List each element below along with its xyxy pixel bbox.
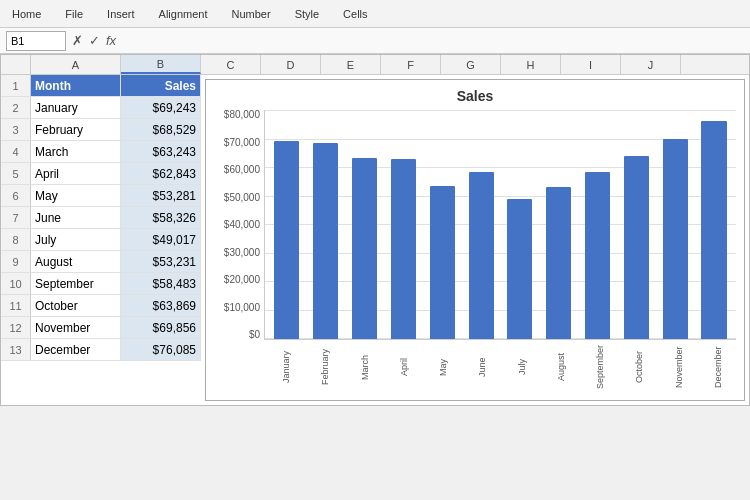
x-labels: JanuaryFebruaryMarchAprilMayJuneJulyAugu… <box>214 342 736 392</box>
formula-fx-icon[interactable]: fx <box>106 33 116 48</box>
bar[interactable] <box>313 143 338 339</box>
cell-a5[interactable]: April <box>31 163 121 184</box>
table-row: 6 May $53,281 <box>1 185 201 207</box>
cell-a8[interactable]: July <box>31 229 121 250</box>
menu-file[interactable]: File <box>61 8 87 20</box>
bar[interactable] <box>352 158 377 339</box>
col-header-g[interactable]: G <box>441 55 501 74</box>
x-axis-label: August <box>543 342 579 392</box>
y-axis-label: $50,000 <box>224 193 260 203</box>
cell-b1[interactable]: Sales <box>121 75 201 96</box>
bar-wrap <box>502 110 538 339</box>
formula-confirm-icon[interactable]: ✓ <box>89 33 100 48</box>
col-header-b[interactable]: B <box>121 55 201 74</box>
cell-b12[interactable]: $69,856 <box>121 317 201 338</box>
row-num-10: 10 <box>1 273 31 294</box>
cell-b11[interactable]: $63,869 <box>121 295 201 316</box>
table-row: 7 June $58,326 <box>1 207 201 229</box>
col-header-e[interactable]: E <box>321 55 381 74</box>
cell-a13[interactable]: December <box>31 339 121 360</box>
cell-b2[interactable]: $69,243 <box>121 97 201 118</box>
col-header-a[interactable]: A <box>31 55 121 74</box>
x-axis-label: June <box>464 342 500 392</box>
chart-area: Sales $0$10,000$20,000$30,000$40,000$50,… <box>205 79 745 401</box>
row-num-11: 11 <box>1 295 31 316</box>
cell-a1[interactable]: Month <box>31 75 121 96</box>
bar[interactable] <box>274 141 299 339</box>
x-axis-label: September <box>582 342 618 392</box>
bar[interactable] <box>430 186 455 339</box>
x-axis-label: October <box>621 342 657 392</box>
bar[interactable] <box>507 199 532 339</box>
cell-a7[interactable]: June <box>31 207 121 228</box>
bar[interactable] <box>701 121 726 339</box>
bar[interactable] <box>663 139 688 339</box>
cell-b3[interactable]: $68,529 <box>121 119 201 140</box>
cell-b5[interactable]: $62,843 <box>121 163 201 184</box>
table-row: 11 October $63,869 <box>1 295 201 317</box>
bar[interactable] <box>391 159 416 339</box>
cell-a3[interactable]: February <box>31 119 121 140</box>
y-axis-label: $20,000 <box>224 275 260 285</box>
cell-a2[interactable]: January <box>31 97 121 118</box>
bar[interactable] <box>624 156 649 339</box>
y-axis-label: $60,000 <box>224 165 260 175</box>
cell-a6[interactable]: May <box>31 185 121 206</box>
menu-style[interactable]: Style <box>291 8 323 20</box>
x-axis-label: January <box>268 342 304 392</box>
y-axis-label: $70,000 <box>224 138 260 148</box>
x-axis-label: November <box>661 342 697 392</box>
col-header-h[interactable]: H <box>501 55 561 74</box>
col-header-c[interactable]: C <box>201 55 261 74</box>
cell-a9[interactable]: August <box>31 251 121 272</box>
spreadsheet: A B C D E F G H I J 1 Month Sales 2 Janu… <box>0 54 750 406</box>
table-row: 5 April $62,843 <box>1 163 201 185</box>
cell-b13[interactable]: $76,085 <box>121 339 201 360</box>
table-row: 8 July $49,017 <box>1 229 201 251</box>
row-num-1: 1 <box>1 75 31 96</box>
menu-insert[interactable]: Insert <box>103 8 139 20</box>
column-headers: A B C D E F G H I J <box>1 55 749 75</box>
cell-a11[interactable]: October <box>31 295 121 316</box>
table-row: 2 January $69,243 <box>1 97 201 119</box>
bar[interactable] <box>585 172 610 339</box>
x-axis-label: July <box>504 342 540 392</box>
col-header-d[interactable]: D <box>261 55 321 74</box>
bar-wrap <box>580 110 616 339</box>
y-axis-label: $80,000 <box>224 110 260 120</box>
row-num-12: 12 <box>1 317 31 338</box>
row-num-4: 4 <box>1 141 31 162</box>
cell-b7[interactable]: $58,326 <box>121 207 201 228</box>
name-box[interactable]: B1 <box>6 31 66 51</box>
x-axis-label: February <box>307 342 343 392</box>
col-header-i[interactable]: I <box>561 55 621 74</box>
bar-wrap <box>657 110 693 339</box>
chart-inner: $0$10,000$20,000$30,000$40,000$50,000$60… <box>214 110 736 340</box>
table-row-header: 1 Month Sales <box>1 75 201 97</box>
menu-number[interactable]: Number <box>228 8 275 20</box>
bar-wrap <box>618 110 654 339</box>
col-header-j[interactable]: J <box>621 55 681 74</box>
formula-cancel-icon[interactable]: ✗ <box>72 33 83 48</box>
cell-a12[interactable]: November <box>31 317 121 338</box>
cell-b4[interactable]: $63,243 <box>121 141 201 162</box>
row-num-13: 13 <box>1 339 31 360</box>
row-num-9: 9 <box>1 251 31 272</box>
menu-home[interactable]: Home <box>8 8 45 20</box>
cell-b10[interactable]: $58,483 <box>121 273 201 294</box>
col-header-f[interactable]: F <box>381 55 441 74</box>
cell-a4[interactable]: March <box>31 141 121 162</box>
menu-alignment[interactable]: Alignment <box>155 8 212 20</box>
bar-wrap <box>385 110 421 339</box>
x-axis-label: March <box>347 342 383 392</box>
cell-a10[interactable]: September <box>31 273 121 294</box>
cell-b6[interactable]: $53,281 <box>121 185 201 206</box>
menu-cells[interactable]: Cells <box>339 8 371 20</box>
cell-b8[interactable]: $49,017 <box>121 229 201 250</box>
bar[interactable] <box>469 172 494 339</box>
cell-b9[interactable]: $53,231 <box>121 251 201 272</box>
bar[interactable] <box>546 187 571 339</box>
x-axis-label: May <box>425 342 461 392</box>
menu-bar: Home File Insert Alignment Number Style … <box>0 0 750 28</box>
y-axis-label: $40,000 <box>224 220 260 230</box>
